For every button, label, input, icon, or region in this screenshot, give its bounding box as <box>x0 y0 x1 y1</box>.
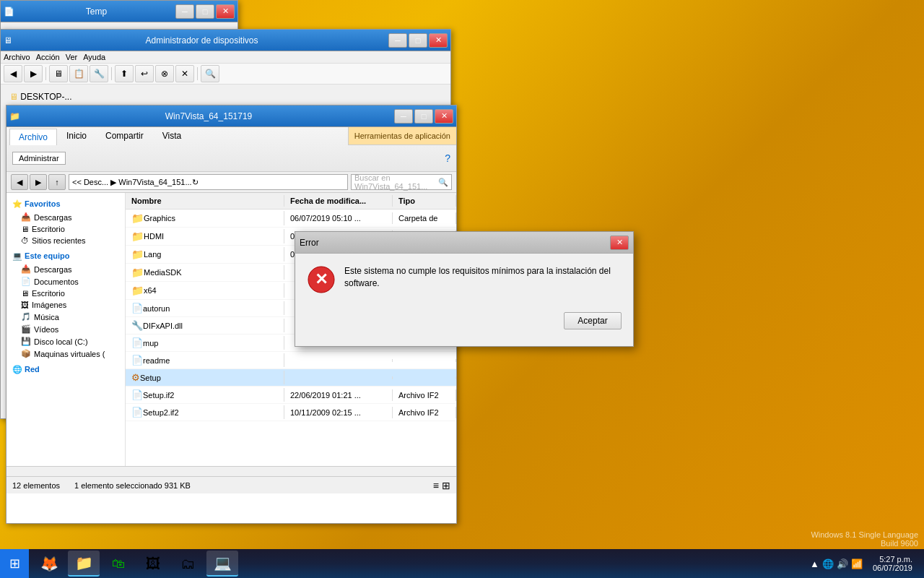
devmgr-close[interactable]: ✕ <box>429 33 448 48</box>
refresh-btn[interactable]: ↻ <box>192 178 199 187</box>
taskbar-store[interactable]: 🛍 <box>103 551 134 577</box>
temp-titlebar[interactable]: 📄 Temp ─ □ ✕ <box>1 1 237 22</box>
explorer-titlebar[interactable]: 📁 Win7Vista_64_151719 ─ □ ✕ <box>6 105 456 127</box>
minimize-button[interactable]: ─ <box>175 4 194 19</box>
menu-ver[interactable]: Ver <box>66 53 78 61</box>
tb-details[interactable]: 📋 <box>69 65 88 82</box>
folder-icon: 📁 <box>131 230 144 242</box>
sidebar-pc-downloads[interactable]: 📥 Descargas <box>6 263 125 275</box>
address-input[interactable]: << Desc... ▶ Win7Vista_64_151... ↻ <box>69 174 348 190</box>
sidebar-pc-drive[interactable]: 💾 Disco local (C:) <box>6 335 125 348</box>
favorites-header[interactable]: ⭐ Favoritos <box>6 197 125 211</box>
taskbar-explorer[interactable]: 📁 <box>68 551 100 577</box>
error-content: ✕ Este sistema no cumple los requisitos … <box>295 254 633 312</box>
sidebar-pc-desktop[interactable]: 🖥 Escritorio <box>6 288 125 299</box>
error-close-btn[interactable]: ✕ <box>610 236 629 250</box>
sidebar-pc-documents[interactable]: 📄 Documentos <box>6 275 125 288</box>
explorer-close[interactable]: ✕ <box>435 109 453 124</box>
sidebar-downloads[interactable]: 📥 Descargas <box>6 211 125 223</box>
view-list-btn[interactable]: ≡ <box>433 480 439 491</box>
devmgr-menubar: Archivo Acción Ver Ayuda <box>1 51 450 64</box>
network-header[interactable]: 🌐 Red <box>6 363 125 376</box>
file-row-setup2-if2[interactable]: 📄 Setup2.if2 10/11/2009 02:15 ... Archiv… <box>126 404 456 421</box>
tb-show[interactable]: 🖥 <box>49 65 68 82</box>
file-type-setup <box>393 376 456 379</box>
horizontal-scrollbar[interactable] <box>6 466 456 476</box>
speaker-icon[interactable]: 🔊 <box>837 558 848 569</box>
taskbar: ⊞ 🦊 📁 🛍 🖼 🗂 💻 ▲ 🌐 🔊 📶 5:27 p.m. 06/07/20… <box>0 549 924 578</box>
explorer-minimize[interactable]: ─ <box>394 109 413 124</box>
col-nombre[interactable]: Nombre <box>126 195 284 207</box>
taskbar-remote[interactable]: 💻 <box>206 551 238 577</box>
menu-ayuda[interactable]: Ayuda <box>83 53 105 61</box>
taskbar-firefox[interactable]: 🦊 <box>33 551 65 577</box>
tb-uninstall[interactable]: ✕ <box>175 65 194 82</box>
temp-title: Temp <box>17 7 175 17</box>
start-button[interactable]: ⊞ <box>0 549 29 578</box>
sidebar-pc-vms[interactable]: 📦 Maquinas virtuales ( <box>6 348 125 360</box>
devmgr-toolbar: ◀ ▶ 🖥 📋 🔧 ⬆ ↩ ⊗ ✕ 🔍 <box>1 64 450 85</box>
taskbar-clock[interactable]: 5:27 p.m. 06/07/2019 <box>867 555 918 572</box>
taskbar-apps: 🦊 📁 🛍 🖼 🗂 💻 <box>29 551 804 577</box>
sidebar-pc-images[interactable]: 🖼 Imágenes <box>6 299 125 311</box>
up-btn[interactable]: ↑ <box>48 174 66 190</box>
file-row-readme[interactable]: 📄 readme <box>126 352 456 369</box>
explorer-maximize[interactable]: □ <box>414 109 433 124</box>
tray-arrow[interactable]: ▲ <box>810 558 819 569</box>
tab-vista[interactable]: Vista <box>153 127 191 145</box>
close-button[interactable]: ✕ <box>216 4 235 19</box>
devmgr-maximize[interactable]: □ <box>409 33 427 48</box>
sidebar-desktop[interactable]: 🖥 Escritorio <box>6 223 125 235</box>
ribbon: Archivo Inicio Compartir Vista Herramien… <box>6 127 456 172</box>
ribbon-content: Administrar ? <box>6 145 456 171</box>
devmgr-controls: ─ □ ✕ <box>388 33 448 48</box>
col-tipo[interactable]: Tipo <box>393 195 456 207</box>
menu-archivo[interactable]: Archivo <box>4 53 30 61</box>
system-icons: ▲ 🌐 🔊 📶 <box>810 558 863 569</box>
tb-rollback[interactable]: ↩ <box>135 65 154 82</box>
windows-icon: ⊞ <box>9 556 20 571</box>
search-icon[interactable]: 🔍 <box>438 178 448 187</box>
tb-disable[interactable]: ⊗ <box>155 65 174 82</box>
network-icon[interactable]: 🌐 <box>822 558 834 569</box>
error-title: Error <box>300 238 610 248</box>
tab-inicio[interactable]: Inicio <box>57 127 96 145</box>
explorer-title: Win7Vista_64_151719 <box>23 111 394 121</box>
file-row-setup[interactable]: ⚙ Setup <box>126 369 456 387</box>
menu-accion[interactable]: Acción <box>36 53 60 61</box>
sidebar-pc-music[interactable]: 🎵 Música <box>6 311 125 323</box>
devmgr-minimize[interactable]: ─ <box>388 33 407 48</box>
admin-tab[interactable]: Administrar <box>12 152 66 165</box>
status-bar: 12 elementos 1 elemento seleccionado 931… <box>6 476 456 493</box>
tb-back[interactable]: ◀ <box>4 65 22 82</box>
taskbar-picture[interactable]: 🖼 <box>137 551 169 577</box>
file-row-setup-if2[interactable]: 📄 Setup.if2 22/06/2019 01:21 ... Archivo… <box>126 387 456 404</box>
desktop: 📄 Temp ─ □ ✕ 🖥 Administrador de disposit… <box>0 0 924 578</box>
thispc-header[interactable]: 💻 Este equipo <box>6 249 125 263</box>
sidebar-recent[interactable]: ⏱ Sitios recientes <box>6 235 125 246</box>
col-fecha[interactable]: Fecha de modifica... <box>284 195 393 207</box>
view-grid-btn[interactable]: ⊞ <box>442 480 450 491</box>
tb-update[interactable]: ⬆ <box>115 65 134 82</box>
maximize-button[interactable]: □ <box>196 4 214 19</box>
tb-props[interactable]: 🔧 <box>90 65 108 82</box>
taskbar-devmgr2[interactable]: 🗂 <box>172 551 204 577</box>
back-btn[interactable]: ◀ <box>11 174 28 190</box>
error-titlebar[interactable]: Error ✕ <box>295 232 633 254</box>
sidebar-pc-videos[interactable]: 🎬 Vídeos <box>6 323 125 335</box>
favorites-section: ⭐ Favoritos 📥 Descargas 🖥 Escritorio ⏱ S… <box>6 196 125 248</box>
devmgr-titlebar[interactable]: 🖥 Administrador de dispositivos ─ □ ✕ <box>1 30 450 51</box>
devmgr-title: Administrador de dispositivos <box>15 35 388 46</box>
tab-archivo[interactable]: Archivo <box>9 129 57 145</box>
forward-btn[interactable]: ▶ <box>30 174 47 190</box>
volume-icon[interactable]: 📶 <box>851 558 863 569</box>
tree-root[interactable]: 🖥 DESKTOP-... <box>6 90 445 103</box>
ok-button[interactable]: Aceptar <box>564 312 622 329</box>
tb-scan[interactable]: 🔍 <box>201 65 219 82</box>
tb-forward[interactable]: ▶ <box>24 65 43 82</box>
help-btn[interactable]: ? <box>445 152 450 164</box>
search-box[interactable]: Buscar en Win7Vista_64_151... 🔍 <box>351 174 452 190</box>
tab-compartir[interactable]: Compartir <box>96 127 153 145</box>
file-row-graphics[interactable]: 📁 Graphics 06/07/2019 05:10 ... Carpeta … <box>126 210 456 228</box>
error-dialog: Error ✕ ✕ Este sistema no cumple los req… <box>295 231 634 347</box>
